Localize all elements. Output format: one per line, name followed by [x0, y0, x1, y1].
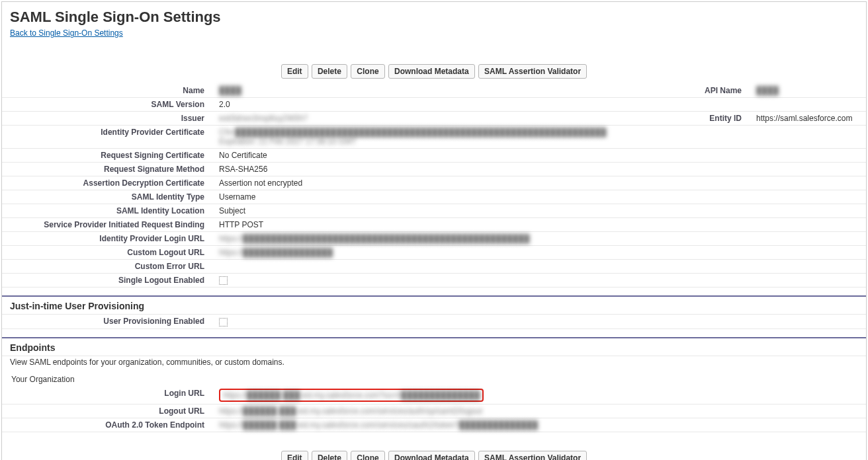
- name-value: ████: [219, 86, 241, 95]
- req-sign-cert-label: Request Signing Certificate: [2, 149, 215, 163]
- assertion-decrypt-label: Assertion Decryption Certificate: [2, 176, 215, 190]
- oauth-endpoint-label: OAuth 2.0 Token Endpoint: [2, 418, 215, 432]
- assertion-decrypt-value: Assertion not encrypted: [215, 176, 672, 190]
- idp-login-url-value: https://████████████████████████████████…: [219, 234, 530, 243]
- slo-enabled-checkbox: [219, 276, 228, 285]
- logout-url-label: Logout URL: [2, 404, 215, 418]
- entity-id-value: https://saml.salesforce.com: [752, 112, 866, 126]
- logout-url-value: https://██████-███-ed.my.salesforce.com/…: [219, 406, 482, 416]
- clone-button[interactable]: Clone: [351, 64, 384, 79]
- idp-cert-value-line1: CN=█████████████████████████████████████…: [219, 128, 606, 137]
- custom-error-label: Custom Error URL: [2, 260, 215, 274]
- req-sign-cert-value: No Certificate: [215, 149, 672, 163]
- saml-validator-button-bottom[interactable]: SAML Assertion Validator: [478, 451, 587, 460]
- back-link[interactable]: Back to Single Sign-On Settings: [10, 28, 123, 38]
- button-row-top: Edit Delete Clone Download Metadata SAML…: [2, 64, 866, 79]
- endpoints-description: View SAML endpoints for your organizatio…: [2, 356, 866, 371]
- edit-button-bottom[interactable]: Edit: [281, 451, 308, 460]
- identity-type-value: Username: [215, 190, 672, 204]
- sp-binding-value: HTTP POST: [215, 218, 672, 232]
- api-name-value: ████: [756, 86, 779, 95]
- delete-button[interactable]: Delete: [312, 64, 347, 79]
- saml-validator-button[interactable]: SAML Assertion Validator: [478, 64, 587, 79]
- download-metadata-button[interactable]: Download Metadata: [388, 64, 475, 79]
- edit-button[interactable]: Edit: [281, 64, 308, 79]
- saml-version-value: 2.0: [215, 98, 672, 112]
- oauth-endpoint-value: https://██████-███-ed.my.salesforce.com/…: [219, 420, 538, 430]
- entity-id-label: Entity ID: [672, 112, 752, 126]
- idp-cert-label: Identity Provider Certificate: [2, 126, 215, 149]
- req-sig-method-label: Request Signature Method: [2, 163, 215, 176]
- idp-cert-value-line2: Expiration: 21 Feb 2027 17:38:10 GMT: [219, 137, 356, 146]
- custom-error-value: [215, 260, 672, 274]
- detail-table: Name ████ API Name ████ SAML Version 2.0…: [2, 84, 866, 288]
- slo-enabled-label: Single Logout Enabled: [2, 274, 215, 288]
- user-prov-enabled-checkbox: [219, 318, 228, 326]
- login-url-value: https://██████-███-ed.my.salesforce.com?…: [223, 391, 480, 400]
- saml-version-label: SAML Version: [2, 98, 215, 112]
- jit-section-header: Just-in-time User Provisioning: [2, 295, 866, 315]
- download-metadata-button-bottom[interactable]: Download Metadata: [388, 451, 475, 460]
- login-url-label: Login URL: [2, 387, 215, 404]
- delete-button-bottom[interactable]: Delete: [312, 451, 347, 460]
- identity-location-value: Subject: [215, 204, 672, 218]
- req-sig-method-value: RSA-SHA256: [215, 163, 672, 176]
- login-url-highlight: https://██████-███-ed.my.salesforce.com?…: [219, 389, 484, 402]
- clone-button-bottom[interactable]: Clone: [351, 451, 384, 460]
- your-org-subhead: Your Organization: [2, 371, 866, 387]
- issuer-label: Issuer: [2, 112, 215, 126]
- custom-logout-label: Custom Logout URL: [2, 246, 215, 260]
- issuer-value: exk5drwx3mq4luy2W0h7: [219, 114, 308, 123]
- api-name-label: API Name: [672, 84, 752, 98]
- custom-logout-value: https://████████████████: [219, 248, 333, 257]
- sp-binding-label: Service Provider Initiated Request Bindi…: [2, 218, 215, 232]
- identity-type-label: SAML Identity Type: [2, 190, 215, 204]
- user-prov-enabled-label: User Provisioning Enabled: [2, 315, 215, 328]
- name-label: Name: [2, 84, 215, 98]
- endpoints-section-header: Endpoints: [2, 337, 866, 356]
- page-title: SAML Single Sign-On Settings: [10, 9, 858, 26]
- button-row-bottom: Edit Delete Clone Download Metadata SAML…: [2, 451, 866, 460]
- idp-login-url-label: Identity Provider Login URL: [2, 232, 215, 246]
- identity-location-label: SAML Identity Location: [2, 204, 215, 218]
